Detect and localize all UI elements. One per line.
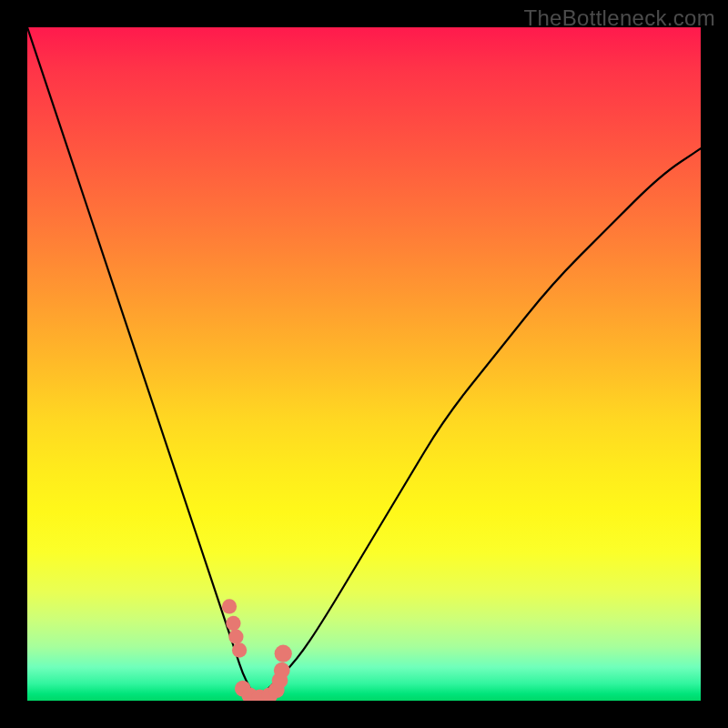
curve-left-branch [27,27,257,701]
knot-top-left-c [232,642,247,657]
watermark-text: TheBottleneck.com [523,5,715,31]
knot-bottom-7 [274,662,290,679]
chart-frame: TheBottleneck.com [0,0,728,728]
knot-top-right [275,645,292,662]
plot-area [27,27,701,701]
curve-group [27,27,701,701]
marker-group [222,599,292,701]
knot-top-left-a [226,616,240,631]
curve-right-branch [257,148,701,701]
knot-top-left-b [228,630,243,644]
chart-svg [27,27,701,701]
knot-top-left [222,599,237,613]
